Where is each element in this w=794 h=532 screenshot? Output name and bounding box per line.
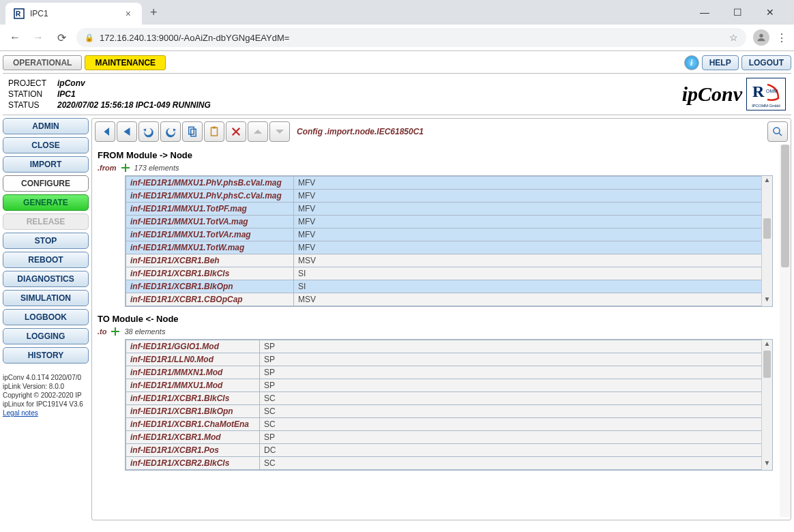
row-type: SP (260, 379, 772, 392)
to-scrollbar[interactable]: ▲ ▼ (761, 340, 772, 470)
table-row[interactable]: inf-IED1R1/MMXN1.ModSP (126, 366, 772, 379)
table-row[interactable]: inf-IED1R1/XCBR1.BlkClsSC (126, 392, 772, 405)
add-from-icon[interactable] (121, 163, 130, 173)
table-row[interactable]: inf-IED1R1/MMXU1.ModSP (126, 379, 772, 392)
add-to-icon[interactable] (111, 327, 120, 336)
copy-icon[interactable] (182, 121, 203, 142)
row-name: inf-IED1R1/XCBR1.BlkCls (126, 267, 294, 280)
table-row[interactable]: inf-IED1R1/XCBR1.BlkOpnSI (126, 280, 772, 293)
operational-button[interactable]: OPERATIONAL (3, 55, 82, 70)
table-row[interactable]: inf-IED1R1/XCBR1.BlkOpnSC (126, 405, 772, 418)
table-row[interactable]: inf-IED1R1/XCBR1.BlkClsSI (126, 267, 772, 280)
to-table: inf-IED1R1/GGIO1.ModSPinf-IED1R1/LLN0.Mo… (126, 340, 772, 470)
back-button[interactable]: ← (7, 31, 23, 44)
row-type: SI (294, 280, 772, 293)
url-field[interactable]: 🔒 172.16.240.13:9000/-AoAiZn-dbYGNg4EAYd… (76, 28, 746, 47)
brand-area: ipConv R OMM IPCOMM GmbH (682, 78, 786, 110)
logo-icon: R OMM IPCOMM GmbH (746, 78, 786, 110)
row-name: inf-IED1R1/MMXU1.Mod (126, 379, 260, 392)
close-window-icon[interactable]: ✕ (760, 7, 780, 18)
svg-point-9 (774, 128, 780, 134)
app-body: OPERATIONAL MAINTENANCE i HELP LOGOUT PR… (0, 51, 794, 523)
maintenance-button[interactable]: MAINTENANCE (85, 55, 166, 70)
url-text: 172.16.240.13:9000/-AoAiZn-dbYGNg4EAYdM= (100, 33, 724, 43)
profile-avatar[interactable] (753, 29, 769, 46)
sidebar-reboot-button[interactable]: REBOOT (3, 252, 89, 268)
search-icon[interactable] (767, 121, 788, 142)
bookmark-icon[interactable]: ☆ (729, 32, 738, 43)
row-name: inf-IED1R1/XCBR1.BlkOpn (126, 280, 294, 293)
paste-icon[interactable] (204, 121, 224, 142)
from-title: FROM Module -> Node (98, 150, 776, 160)
table-row[interactable]: inf-IED1R1/MMXU1.PhV.phsB.cVal.magMFV (126, 177, 772, 190)
undo-icon[interactable] (138, 121, 159, 142)
table-row[interactable]: inf-IED1R1/XCBR1.CBOpCapMSV (126, 293, 772, 306)
footer-line1: ipConv 4.0.1T4 2020/07/0 (3, 373, 89, 382)
row-type: MSV (294, 293, 772, 306)
table-row[interactable]: inf-IED1R1/MMXU1.TotW.magMFV (126, 241, 772, 254)
svg-rect-8 (213, 127, 216, 129)
table-row[interactable]: inf-IED1R1/XCBR1.BehMSV (126, 254, 772, 267)
row-name: inf-IED1R1/XCBR1.ChaMotEna (126, 418, 260, 431)
favicon: R (14, 8, 25, 19)
forward-button[interactable]: → (30, 31, 46, 44)
row-type: SI (294, 267, 772, 280)
sidebar-diagnostics-button[interactable]: DIAGNOSTICS (3, 271, 89, 287)
up-icon[interactable] (248, 121, 268, 142)
table-row[interactable]: inf-IED1R1/MMXU1.TotVA.magMFV (126, 216, 772, 228)
table-row[interactable]: inf-IED1R1/XCBR1.ModSP (126, 431, 772, 444)
table-row[interactable]: inf-IED1R1/LLN0.ModSP (126, 353, 772, 366)
down-icon[interactable] (269, 121, 290, 142)
info-icon[interactable]: i (684, 55, 699, 70)
from-scrollbar[interactable]: ▲ ▼ (761, 176, 772, 306)
logout-button[interactable]: LOGOUT (741, 55, 791, 70)
sidebar-admin-button[interactable]: ADMIN (3, 118, 89, 134)
sidebar-generate-button[interactable]: GENERATE (3, 194, 89, 211)
new-tab-button[interactable]: + (142, 5, 166, 20)
brand-text: ipConv (682, 83, 742, 106)
content-scrollbar[interactable] (780, 145, 791, 517)
row-name: inf-IED1R1/MMXU1.TotW.mag (126, 241, 294, 254)
table-row[interactable]: inf-IED1R1/MMXU1.PhV.phsC.cVal.magMFV (126, 190, 772, 203)
row-name: inf-IED1R1/XCBR1.BlkOpn (126, 405, 260, 418)
row-type: MFV (294, 216, 772, 228)
delete-icon[interactable] (226, 121, 246, 142)
sidebar-close-button[interactable]: CLOSE (3, 137, 89, 153)
from-line: .from 173 elements (98, 163, 776, 173)
sidebar-configure-button[interactable]: CONFIGURE (3, 175, 89, 192)
row-type: SP (260, 353, 772, 366)
table-row[interactable]: inf-IED1R1/GGIO1.ModSP (126, 340, 772, 353)
sidebar-release-button: RELEASE (3, 213, 89, 230)
sidebar-history-button[interactable]: HISTORY (3, 347, 89, 364)
header-info: PROJECT ipConv STATION IPC1 STATUS 2020/… (8, 78, 211, 110)
row-name: inf-IED1R1/XCBR1.BlkCls (126, 392, 260, 405)
sidebar-simulation-button[interactable]: SIMULATION (3, 290, 89, 306)
window-controls: — ☐ ✕ (694, 7, 789, 18)
tab-close-icon[interactable]: × (123, 8, 134, 19)
first-icon[interactable] (95, 121, 115, 142)
browser-tab[interactable]: R IPC1 × (5, 3, 142, 25)
minimize-icon[interactable]: — (694, 7, 715, 18)
svg-text:R: R (16, 10, 21, 18)
legal-link[interactable]: Legal notes (3, 409, 38, 417)
table-row[interactable]: inf-IED1R1/XCBR1.PosDC (126, 444, 772, 457)
sidebar-logging-button[interactable]: LOGGING (3, 328, 89, 344)
table-row[interactable]: inf-IED1R1/MMXU1.TotVAr.magMFV (126, 228, 772, 241)
table-row[interactable]: inf-IED1R1/XCBR2.BlkClsSC (126, 457, 772, 470)
table-row[interactable]: inf-IED1R1/XCBR1.ChaMotEnaSC (126, 418, 772, 431)
help-button[interactable]: HELP (702, 55, 739, 70)
from-table: inf-IED1R1/MMXU1.PhV.phsB.cVal.magMFVinf… (126, 176, 772, 306)
sidebar-import-button[interactable]: IMPORT (3, 156, 89, 173)
footer-line4: ipLinux for IPC191V4 V3.6 (3, 400, 89, 409)
reload-button[interactable]: ⟳ (53, 31, 70, 44)
row-name: inf-IED1R1/MMXU1.TotPF.mag (126, 203, 294, 216)
prev-icon[interactable] (117, 121, 137, 142)
sidebar-logbook-button[interactable]: LOGBOOK (3, 309, 89, 325)
redo-icon[interactable] (160, 121, 181, 142)
row-type: SC (260, 392, 772, 405)
menu-icon[interactable]: ⋮ (776, 31, 787, 44)
maximize-icon[interactable]: ☐ (727, 7, 748, 18)
address-bar: ← → ⟳ 🔒 172.16.240.13:9000/-AoAiZn-dbYGN… (0, 25, 794, 50)
sidebar-stop-button[interactable]: STOP (3, 233, 89, 249)
table-row[interactable]: inf-IED1R1/MMXU1.TotPF.magMFV (126, 203, 772, 216)
